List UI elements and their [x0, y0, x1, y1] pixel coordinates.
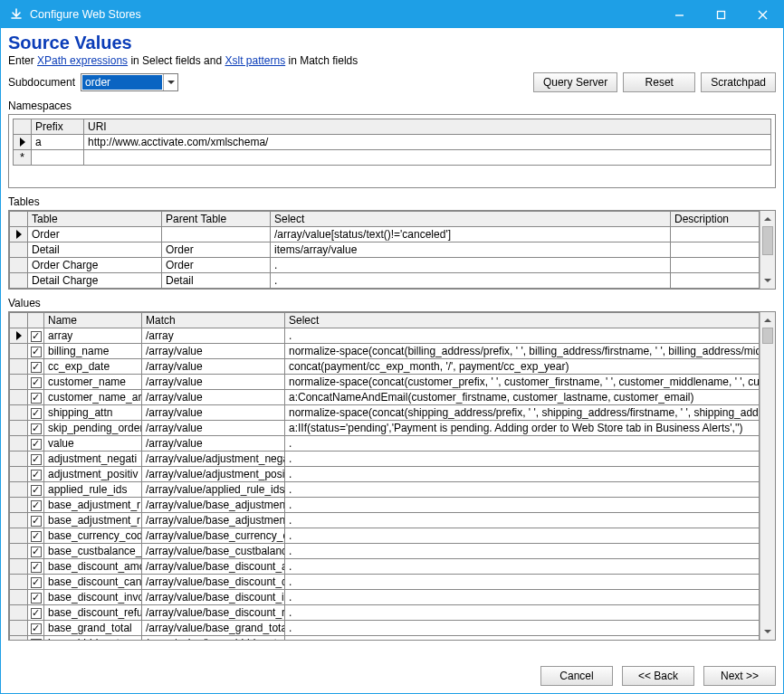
checkbox-icon[interactable]: [31, 562, 42, 573]
val-name-cell[interactable]: customer_name_ar: [44, 390, 142, 405]
tbl-parent-cell[interactable]: Detail: [162, 273, 271, 289]
val-match-cell[interactable]: /array/value: [142, 390, 285, 405]
table-row[interactable]: shipping_attn/array/valuenormalize-space…: [10, 405, 760, 421]
val-match-header[interactable]: Match: [142, 313, 285, 328]
table-row[interactable]: customer_name/array/valuenormalize-space…: [10, 375, 760, 390]
tbl-desc-cell[interactable]: [671, 227, 760, 242]
scroll-up-icon[interactable]: [760, 312, 776, 328]
table-row[interactable]: billing_name/array/valuenormalize-space(…: [10, 344, 760, 359]
val-match-cell[interactable]: /array/value/base_custbalance_: [142, 544, 285, 559]
row-checkbox-cell[interactable]: [28, 390, 44, 405]
val-match-cell[interactable]: /array: [142, 328, 285, 344]
subdocument-combo[interactable]: order: [81, 73, 178, 91]
ns-uri-cell[interactable]: [84, 150, 771, 166]
val-match-cell[interactable]: /array/value/base_discount_inv: [142, 590, 285, 605]
val-match-cell[interactable]: /array/value/base_adjustment_: [142, 498, 285, 513]
val-select-cell[interactable]: .: [285, 621, 760, 636]
val-match-cell[interactable]: /array/value/base_currency_co: [142, 528, 285, 544]
val-select-cell[interactable]: .: [285, 636, 760, 641]
row-checkbox-cell[interactable]: [28, 421, 44, 436]
tbl-table-cell[interactable]: Detail: [28, 242, 162, 258]
row-checkbox-cell[interactable]: [28, 436, 44, 452]
val-match-cell[interactable]: /array/value: [142, 421, 285, 436]
query-server-button[interactable]: Query Server: [533, 72, 617, 92]
checkbox-icon[interactable]: [31, 408, 42, 419]
val-match-cell[interactable]: /array/value: [142, 344, 285, 359]
val-select-cell[interactable]: .: [285, 528, 760, 544]
scratchpad-button[interactable]: Scratchpad: [701, 72, 776, 92]
row-checkbox-cell[interactable]: [28, 528, 44, 544]
table-row[interactable]: skip_pending_order/array/valuea:IIf(stat…: [10, 421, 760, 436]
tbl-parent-cell[interactable]: Order: [162, 258, 271, 273]
row-checkbox-cell[interactable]: [28, 559, 44, 575]
table-row[interactable]: base_currency_cod/array/value/base_curre…: [10, 528, 760, 544]
val-match-cell[interactable]: /array/value/base_grand_total: [142, 621, 285, 636]
val-match-cell[interactable]: /array/value/base_adjustment_: [142, 513, 285, 528]
tbl-table-header[interactable]: Table: [28, 212, 162, 227]
val-select-cell[interactable]: .: [285, 436, 760, 452]
val-match-cell[interactable]: /array/value/base_discount_ref: [142, 605, 285, 621]
val-name-cell[interactable]: base_discount_refu: [44, 605, 142, 621]
table-row[interactable]: Detail ChargeDetail.: [10, 273, 760, 289]
checkbox-icon[interactable]: [31, 439, 42, 450]
val-name-cell[interactable]: skip_pending_order: [44, 421, 142, 436]
close-button[interactable]: [741, 1, 783, 28]
val-name-cell[interactable]: value: [44, 436, 142, 452]
cancel-button[interactable]: Cancel: [540, 666, 613, 686]
val-name-cell[interactable]: base_discount_can: [44, 575, 142, 590]
val-match-cell[interactable]: /array/value: [142, 375, 285, 390]
row-checkbox-cell[interactable]: [28, 467, 44, 482]
table-row[interactable]: value/array/value.: [10, 436, 760, 452]
row-checkbox-cell[interactable]: [28, 344, 44, 359]
val-select-header[interactable]: Select: [285, 313, 760, 328]
tbl-select-cell[interactable]: /array/value[status/text()!='canceled']: [271, 227, 671, 242]
tbl-parent-cell[interactable]: Order: [162, 242, 271, 258]
maximize-button[interactable]: [700, 1, 741, 28]
checkbox-icon[interactable]: [31, 423, 42, 434]
val-select-cell[interactable]: .: [285, 498, 760, 513]
row-checkbox-cell[interactable]: [28, 452, 44, 467]
val-name-cell[interactable]: applied_rule_ids: [44, 482, 142, 498]
table-row[interactable]: Order ChargeOrder.: [10, 258, 760, 273]
scroll-down-icon[interactable]: [760, 624, 776, 640]
checkbox-icon[interactable]: [31, 500, 42, 511]
table-row[interactable]: base_adjustment_r/array/value/base_adjus…: [10, 513, 760, 528]
checkbox-icon[interactable]: [31, 547, 42, 557]
tbl-desc-header[interactable]: Description: [671, 212, 760, 227]
val-match-cell[interactable]: /array/value/base_discount_am: [142, 559, 285, 575]
checkbox-icon[interactable]: [31, 516, 42, 527]
checkbox-icon[interactable]: [31, 331, 42, 342]
table-row[interactable]: base_discount_amo/array/value/base_disco…: [10, 559, 760, 575]
checkbox-icon[interactable]: [31, 639, 42, 640]
minimize-button[interactable]: [658, 1, 700, 28]
table-row[interactable]: array/array.: [10, 328, 760, 344]
row-checkbox-cell[interactable]: [28, 636, 44, 641]
row-checkbox-cell[interactable]: [28, 375, 44, 390]
val-select-cell[interactable]: .: [285, 513, 760, 528]
ns-uri-header[interactable]: URI: [84, 119, 771, 135]
tbl-parent-header[interactable]: Parent Table: [162, 212, 271, 227]
back-button[interactable]: << Back: [622, 666, 694, 686]
val-select-cell[interactable]: a:ConcatNameAndEmail(customer_firstname,…: [285, 390, 760, 405]
val-match-cell[interactable]: /array/value/base_discount_car: [142, 575, 285, 590]
val-name-cell[interactable]: billing_name: [44, 344, 142, 359]
next-button[interactable]: Next >>: [703, 666, 776, 686]
ns-prefix-cell[interactable]: a: [32, 135, 84, 150]
checkbox-icon[interactable]: [31, 393, 42, 404]
table-row[interactable]: base_adjustment_r/array/value/base_adjus…: [10, 498, 760, 513]
val-match-cell[interactable]: /array/value: [142, 359, 285, 375]
val-name-cell[interactable]: base_currency_cod: [44, 528, 142, 544]
val-select-cell[interactable]: normalize-space(concat(shipping_address/…: [285, 405, 760, 421]
table-row[interactable]: customer_name_ar/array/valuea:ConcatName…: [10, 390, 760, 405]
ns-uri-cell[interactable]: http://www.acctivate.com/xmlschema/: [84, 135, 771, 150]
table-row[interactable]: ahttp://www.acctivate.com/xmlschema/: [14, 135, 771, 150]
tbl-parent-cell[interactable]: [162, 227, 271, 242]
table-row[interactable]: base_hidden_tax_a/array/value/base_hidde…: [10, 636, 760, 641]
chevron-down-icon[interactable]: [163, 74, 177, 90]
checkbox-icon[interactable]: [31, 623, 42, 634]
val-match-cell[interactable]: /array/value: [142, 436, 285, 452]
checkbox-icon[interactable]: [31, 593, 42, 604]
val-name-cell[interactable]: base_discount_amo: [44, 559, 142, 575]
xpath-link[interactable]: XPath expressions: [37, 54, 128, 67]
val-select-cell[interactable]: .: [285, 605, 760, 621]
